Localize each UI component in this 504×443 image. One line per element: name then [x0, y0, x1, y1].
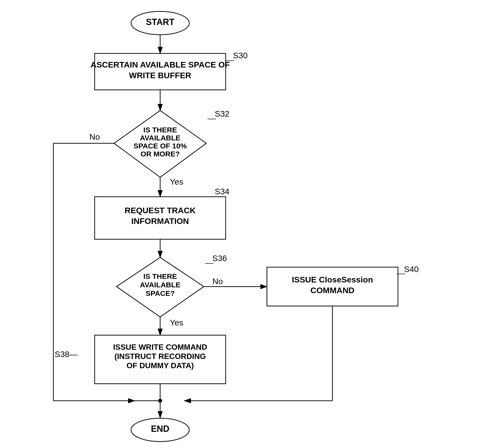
flowchart-container: START ASCERTAIN AVAILABLE SPACE OF WRITE…	[0, 0, 504, 443]
start-label: START	[146, 17, 174, 27]
s34-line2: INFORMATION	[131, 216, 189, 226]
s40-step-label: S40	[404, 265, 419, 274]
no-s36-label: No	[212, 277, 223, 286]
s36-line3: SPACE?	[145, 289, 175, 297]
end-label: END	[151, 424, 169, 434]
s34-step-label: S34	[215, 187, 230, 196]
s36-line1: IS THERE	[144, 272, 177, 280]
svg-rect-1	[0, 0, 504, 443]
s38-line3: OF DUMMY DATA)	[126, 361, 194, 370]
s30-line2: WRITE BUFFER	[129, 71, 191, 80]
s38-line1: ISSUE WRITE COMMAND	[113, 343, 207, 351]
s32-step-label: S32	[215, 109, 230, 118]
yes-s36-label: Yes	[170, 318, 183, 327]
s36-step-label: S36	[212, 253, 227, 263]
s30-line1: ASCERTAIN AVAILABLE SPACE OF	[90, 60, 230, 69]
s30-step-label: S30	[233, 51, 248, 60]
s38-line2: (INSTRUCT RECORDING	[115, 352, 206, 361]
s40-line1: ISSUE CloseSession	[292, 275, 373, 284]
s32-line4: OR MORE?	[141, 150, 180, 158]
yes-s32-label: Yes	[170, 177, 183, 186]
s36-line2: AVAILABLE	[140, 281, 180, 289]
s38-step-label: S38—	[55, 349, 78, 359]
s32-line1: IS THERE	[144, 126, 177, 134]
s32-line2: AVAILABLE	[140, 134, 180, 142]
s34-line1: REQUEST TRACK	[125, 206, 196, 215]
s32-line3: SPACE OF 10%	[133, 142, 187, 150]
s40-line2: COMMAND	[310, 286, 354, 295]
no-s32-label: No	[89, 132, 100, 141]
